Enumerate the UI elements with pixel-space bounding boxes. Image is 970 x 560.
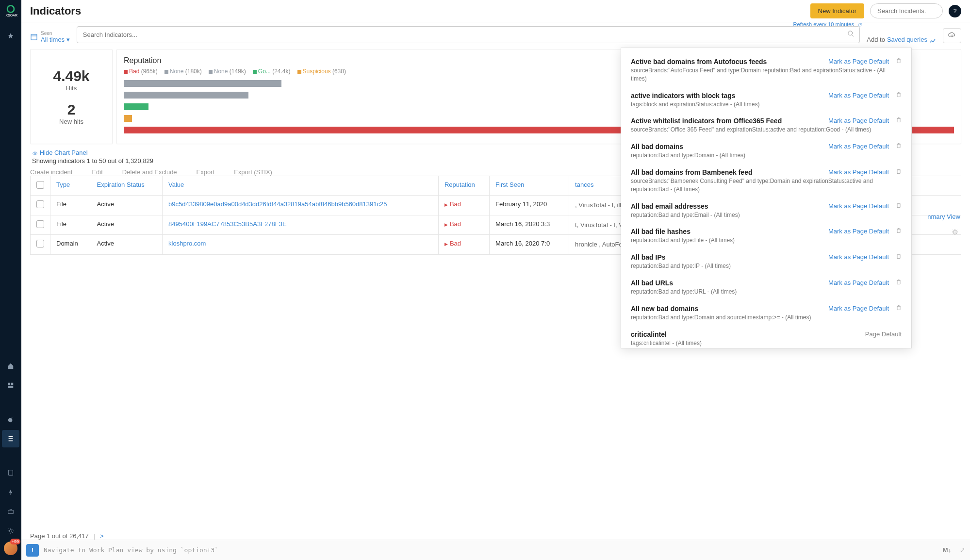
toolbar-edit[interactable]: Edit bbox=[92, 168, 102, 176]
mark-as-page-default-link[interactable]: Mark as Page Default bbox=[828, 202, 889, 210]
delete-saved-query-icon[interactable] bbox=[896, 117, 902, 124]
row-checkbox[interactable] bbox=[36, 220, 44, 228]
delete-saved-query-icon[interactable] bbox=[896, 253, 902, 261]
toolbar-create-incident[interactable]: Create incident bbox=[30, 168, 72, 176]
table-settings-gear-icon[interactable] bbox=[952, 229, 958, 237]
saved-query-name: Active bad domains from Autofocus feeds bbox=[631, 58, 767, 66]
legend-item[interactable]: Bad (965k) bbox=[124, 68, 158, 75]
saved-query-item[interactable]: All bad domains Mark as Page Default rep… bbox=[631, 140, 902, 165]
search-indicators-input[interactable] bbox=[83, 31, 854, 38]
command-bar: ! Navigate to Work Plan view by using `o… bbox=[21, 540, 970, 560]
help-button[interactable]: ? bbox=[949, 5, 961, 17]
dashboard-icon[interactable] bbox=[2, 377, 19, 394]
mark-as-page-default-link[interactable]: Mark as Page Default bbox=[828, 58, 889, 65]
cell-reputation[interactable]: ▶Bad bbox=[438, 196, 489, 215]
mark-as-page-default-link[interactable]: Mark as Page Default bbox=[828, 92, 889, 99]
mark-as-page-default-link[interactable]: Mark as Page Default bbox=[828, 305, 889, 312]
delete-saved-query-icon[interactable] bbox=[896, 92, 902, 99]
cell-type: File bbox=[50, 196, 91, 215]
delete-saved-query-icon[interactable] bbox=[896, 228, 902, 235]
saved-query-name: All bad URLs bbox=[631, 279, 673, 287]
search-icon[interactable] bbox=[848, 31, 855, 39]
svg-point-11 bbox=[954, 231, 956, 233]
seen-filter[interactable]: Seen All times ▾ bbox=[30, 31, 70, 43]
home-icon[interactable] bbox=[2, 357, 19, 375]
add-to-saved-queries[interactable]: Add to Saved queries bbox=[867, 36, 936, 43]
mark-as-page-default-link[interactable]: Mark as Page Default bbox=[828, 228, 889, 235]
delete-saved-query-icon[interactable] bbox=[896, 305, 902, 312]
toolbar-export[interactable]: Export bbox=[197, 168, 215, 176]
pagination-next[interactable]: > bbox=[100, 532, 104, 540]
delete-saved-query-icon[interactable] bbox=[896, 168, 902, 176]
saved-query-item[interactable]: Active bad domains from Autofocus feeds … bbox=[631, 55, 902, 89]
mark-as-page-default-link[interactable]: Mark as Page Default bbox=[828, 279, 889, 286]
col-value[interactable]: Value bbox=[163, 176, 439, 196]
cell-value[interactable]: b9c5d4339809e0ad9a00d4d3dd26fdf44a32819a… bbox=[163, 196, 439, 215]
saved-query-name: All bad IPs bbox=[631, 253, 666, 261]
delete-saved-query-icon[interactable] bbox=[896, 58, 902, 65]
col-type[interactable]: Type bbox=[50, 176, 91, 196]
select-all-header[interactable] bbox=[31, 176, 50, 196]
expand-icon[interactable]: ⤢ bbox=[960, 546, 965, 554]
notification-badge: +99 bbox=[10, 539, 20, 544]
delete-saved-query-icon[interactable] bbox=[896, 143, 902, 150]
row-checkbox[interactable] bbox=[36, 240, 44, 247]
saved-query-name: All bad domains bbox=[631, 143, 683, 150]
delete-saved-query-icon[interactable] bbox=[896, 202, 902, 210]
svg-rect-3 bbox=[11, 383, 13, 385]
new-hits-value: 2 bbox=[37, 101, 105, 118]
indicators-nav-icon[interactable] bbox=[2, 430, 19, 447]
markdown-icon[interactable]: M↓ bbox=[943, 546, 951, 554]
gear-icon[interactable] bbox=[2, 522, 19, 540]
saved-query-name: active indicators with block tags bbox=[631, 92, 736, 99]
legend-item[interactable]: Suspicious (630) bbox=[297, 68, 346, 75]
bomb-icon[interactable] bbox=[2, 411, 19, 428]
new-indicator-button[interactable]: New Indicator bbox=[810, 3, 864, 18]
svg-point-10 bbox=[34, 152, 36, 154]
search-incidents-input[interactable] bbox=[870, 3, 943, 18]
cell-value[interactable]: 8495400F199AC77853C53B5A3F278F3E bbox=[163, 215, 439, 235]
mark-as-page-default-link[interactable]: Mark as Page Default bbox=[828, 143, 889, 150]
saved-query-item[interactable]: All bad email addresses Mark as Page Def… bbox=[631, 199, 902, 225]
col-reputation[interactable]: Reputation bbox=[438, 176, 489, 196]
toolbar-export-stix[interactable]: Export (STIX) bbox=[234, 168, 272, 176]
cell-type: File bbox=[50, 215, 91, 235]
cell-reputation[interactable]: ▶Bad bbox=[438, 215, 489, 235]
cloud-download-button[interactable] bbox=[943, 28, 961, 43]
saved-query-item[interactable]: All bad IPs Mark as Page Default reputat… bbox=[631, 250, 902, 276]
cell-value[interactable]: kloshpro.com bbox=[163, 235, 439, 255]
saved-query-item[interactable]: Active whitelist indicators from Office3… bbox=[631, 114, 902, 140]
saved-query-item[interactable]: All bad file hashes Mark as Page Default… bbox=[631, 225, 902, 250]
summary-view-link[interactable]: nmary View bbox=[927, 213, 960, 220]
delete-saved-query-icon[interactable] bbox=[896, 279, 902, 286]
saved-query-item[interactable]: All bad domains from Bambenek feed Mark … bbox=[631, 165, 902, 199]
col-expiration[interactable]: Expiration Status bbox=[91, 176, 163, 196]
legend-item[interactable]: None (149k) bbox=[209, 68, 246, 75]
saved-query-item[interactable]: criticalintel Page Default tags:critical… bbox=[631, 328, 902, 348]
command-info-icon[interactable]: ! bbox=[26, 544, 39, 557]
app-logo: XSOAR bbox=[4, 4, 17, 17]
search-indicators-wrap bbox=[77, 26, 860, 43]
briefcase-icon[interactable] bbox=[2, 503, 19, 520]
saved-query-item[interactable]: All bad URLs Mark as Page Default reputa… bbox=[631, 276, 902, 302]
legend-item[interactable]: None (180k) bbox=[164, 68, 202, 75]
toolbar-delete-exclude[interactable]: Delete and Exclude bbox=[122, 168, 177, 176]
page-title: Indicators bbox=[30, 5, 810, 17]
saved-query-item[interactable]: active indicators with block tags Mark a… bbox=[631, 89, 902, 115]
svg-rect-8 bbox=[31, 34, 37, 40]
bolt-icon[interactable] bbox=[2, 483, 19, 501]
left-sidebar: XSOAR +99 bbox=[0, 0, 21, 560]
mark-as-page-default-link[interactable]: Mark as Page Default bbox=[828, 168, 889, 176]
row-checkbox[interactable] bbox=[36, 200, 44, 208]
cell-reputation[interactable]: ▶Bad bbox=[438, 235, 489, 255]
pin-icon[interactable] bbox=[2, 27, 19, 45]
book-icon[interactable] bbox=[2, 464, 19, 481]
mark-as-page-default-link[interactable]: Mark as Page Default bbox=[828, 117, 889, 124]
user-avatar[interactable]: +99 bbox=[4, 542, 17, 555]
legend-item[interactable]: Go... (24.4k) bbox=[253, 68, 291, 75]
saved-query-item[interactable]: All new bad domains Mark as Page Default… bbox=[631, 302, 902, 328]
command-input[interactable]: Navigate to Work Plan view by using `opt… bbox=[44, 546, 938, 554]
col-firstseen[interactable]: First Seen bbox=[490, 176, 569, 196]
svg-point-7 bbox=[9, 529, 12, 532]
mark-as-page-default-link[interactable]: Mark as Page Default bbox=[828, 253, 889, 261]
